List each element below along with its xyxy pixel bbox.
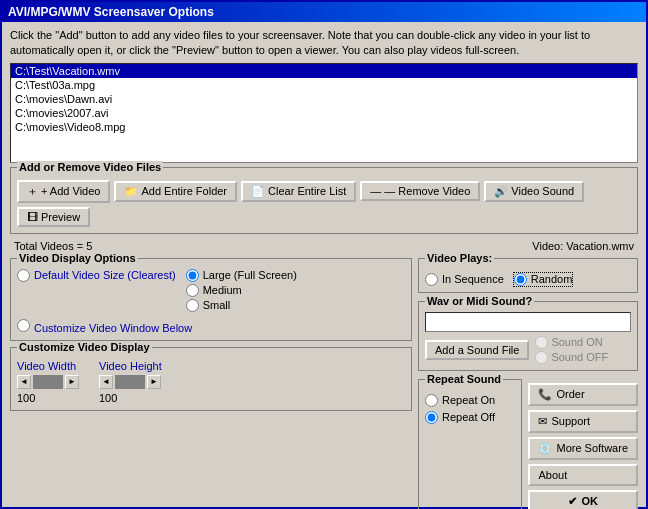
customize-display-title: Customize Video Display	[17, 341, 152, 353]
clear-list-label: Clear Entire List	[268, 185, 346, 197]
add-folder-icon: 📁	[124, 185, 138, 198]
add-video-label: + Add Video	[41, 185, 100, 197]
dimension-controls: Video Width ◄ ► 100 Video Height ◄	[17, 360, 405, 404]
sound-off-radio[interactable]	[535, 351, 548, 364]
height-scroll-right[interactable]: ►	[147, 375, 161, 389]
content-area: Click the "Add" button to add any video …	[2, 22, 646, 509]
add-remove-group-title: Add or Remove Video Files	[17, 161, 163, 173]
default-size-radio-label[interactable]: Default Video Size (Clearest)	[17, 269, 176, 282]
medium-radio[interactable]	[186, 284, 199, 297]
file-list-item[interactable]: C:\movies\Dawn.avi	[11, 92, 637, 106]
in-sequence-radio[interactable]	[425, 273, 438, 286]
add-sound-button[interactable]: Add a Sound File	[425, 340, 529, 360]
small-label: Small	[203, 299, 231, 311]
toolbar: ＋ + Add Video 📁 Add Entire Folder 📄 Clea…	[17, 180, 631, 227]
video-display-options-group: Video Display Options Default Video Size…	[10, 258, 412, 341]
width-label: Video Width	[17, 360, 79, 372]
display-options-row: Default Video Size (Clearest) Large (Ful…	[17, 269, 405, 312]
video-sound-label: Video Sound	[511, 185, 574, 197]
repeat-sound-group: Repeat Sound Repeat On Repeat Off	[418, 379, 522, 509]
large-radio[interactable]	[186, 269, 199, 282]
window-title: AVI/MPG/WMV Screensaver Options	[8, 5, 214, 19]
add-sound-label: Add a Sound File	[435, 344, 519, 356]
file-list[interactable]: C:\Test\Vacation.wmv C:\Test\03a.mpg C:\…	[10, 63, 638, 163]
add-video-button[interactable]: ＋ + Add Video	[17, 180, 110, 203]
more-software-icon: 💿	[538, 442, 552, 455]
sound-on-radio[interactable]	[535, 336, 548, 349]
customize-radio[interactable]	[17, 319, 30, 332]
description-text: Click the "Add" button to add any video …	[10, 28, 638, 59]
video-sound-icon: 🔊	[494, 185, 508, 198]
left-panel: Video Display Options Default Video Size…	[10, 258, 412, 509]
clear-list-button[interactable]: 📄 Clear Entire List	[241, 181, 356, 202]
width-scrollbar: ◄ ►	[17, 375, 79, 389]
default-size-radio[interactable]	[17, 269, 30, 282]
repeat-off-radio-label[interactable]: Repeat Off	[425, 411, 515, 424]
about-label: About	[538, 469, 567, 481]
add-remove-group: Add or Remove Video Files ＋ + Add Video …	[10, 167, 638, 234]
height-value: 100	[99, 392, 162, 404]
remove-video-button[interactable]: — — Remove Video	[360, 181, 480, 201]
large-radio-label[interactable]: Large (Full Screen)	[186, 269, 297, 282]
wav-midi-title: Wav or Midi Sound?	[425, 295, 534, 307]
remove-video-icon: —	[370, 185, 381, 197]
width-group: Video Width ◄ ► 100	[17, 360, 79, 404]
repeat-on-radio[interactable]	[425, 394, 438, 407]
title-bar: AVI/MPG/WMV Screensaver Options	[2, 2, 646, 22]
sound-off-radio-label: Sound OFF	[535, 351, 608, 364]
width-scroll-right[interactable]: ►	[65, 375, 79, 389]
sound-off-label: Sound OFF	[551, 351, 608, 363]
random-radio[interactable]	[514, 273, 527, 286]
wav-midi-group: Wav or Midi Sound? Add a Sound File Soun…	[418, 301, 638, 371]
sound-file-input[interactable]	[425, 312, 631, 332]
support-icon: ✉	[538, 415, 547, 428]
file-list-item[interactable]: C:\movies\2007.avi	[11, 106, 637, 120]
height-scrollbar: ◄ ►	[99, 375, 162, 389]
size-options: Large (Full Screen) Medium Small	[186, 269, 297, 312]
small-radio[interactable]	[186, 299, 199, 312]
repeat-on-radio-label[interactable]: Repeat On	[425, 394, 515, 407]
file-list-item[interactable]: C:\movies\Video8.mpg	[11, 120, 637, 134]
random-label: Random	[531, 273, 573, 285]
support-button[interactable]: ✉ Support	[528, 410, 638, 433]
height-label: Video Height	[99, 360, 162, 372]
order-label: Order	[556, 388, 584, 400]
add-folder-button[interactable]: 📁 Add Entire Folder	[114, 181, 237, 202]
repeat-sound-title: Repeat Sound	[425, 373, 503, 385]
sound-on-label: Sound ON	[551, 336, 602, 348]
default-size-option: Default Video Size (Clearest)	[17, 269, 176, 282]
width-scroll-left[interactable]: ◄	[17, 375, 31, 389]
file-list-item[interactable]: C:\Test\Vacation.wmv	[11, 64, 637, 78]
customize-link-container: Customize Video Window Below	[17, 318, 405, 334]
width-scroll-track[interactable]	[33, 375, 63, 389]
sound-on-radio-label: Sound ON	[535, 336, 608, 349]
more-software-button[interactable]: 💿 More Software	[528, 437, 638, 460]
repeat-off-radio[interactable]	[425, 411, 438, 424]
height-scroll-track[interactable]	[115, 375, 145, 389]
customize-link-label[interactable]: Customize Video Window Below	[34, 322, 192, 334]
more-software-label: More Software	[556, 442, 628, 454]
ok-checkmark: ✔	[568, 495, 577, 508]
ok-button[interactable]: ✔ ✔ OK OK	[528, 490, 638, 509]
about-button[interactable]: About	[528, 464, 638, 486]
height-scroll-left[interactable]: ◄	[99, 375, 113, 389]
default-size-label: Default Video Size (Clearest)	[34, 269, 176, 281]
bottom-row: Repeat Sound Repeat On Repeat Off	[418, 379, 638, 509]
customize-link-radio[interactable]: Customize Video Window Below	[17, 318, 405, 334]
file-list-item[interactable]: C:\Test\03a.mpg	[11, 78, 637, 92]
customize-display-group: Customize Video Display Video Width ◄ ► …	[10, 347, 412, 411]
repeat-off-label: Repeat Off	[442, 411, 495, 423]
video-plays-group: Video Plays: In Sequence Random	[418, 258, 638, 293]
preview-button[interactable]: 🎞 Preview	[17, 207, 90, 227]
in-sequence-radio-label[interactable]: In Sequence	[425, 273, 504, 286]
order-button[interactable]: 📞 Order	[528, 383, 638, 406]
video-plays-title: Video Plays:	[425, 252, 494, 264]
side-buttons: 📞 Order ✉ Support 💿 More Software Ab	[528, 383, 638, 509]
order-icon: 📞	[538, 388, 552, 401]
video-sound-button[interactable]: 🔊 Video Sound	[484, 181, 584, 202]
add-video-icon: ＋	[27, 184, 38, 199]
random-radio-label[interactable]: Random	[514, 273, 573, 286]
sound-controls-row: Add a Sound File Sound ON Sound OFF	[425, 336, 631, 364]
medium-radio-label[interactable]: Medium	[186, 284, 297, 297]
small-radio-label[interactable]: Small	[186, 299, 297, 312]
